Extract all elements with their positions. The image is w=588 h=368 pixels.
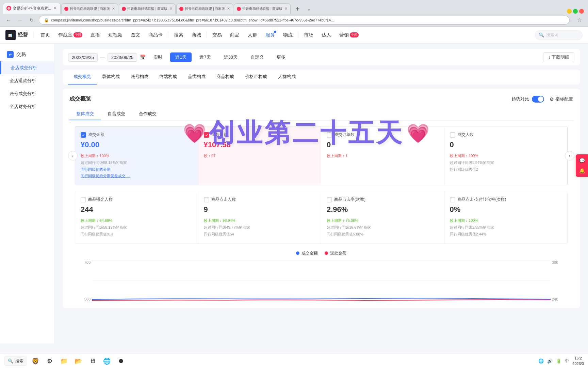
taskbar-app-record[interactable]: ⏺	[115, 355, 127, 367]
tab-4[interactable]: 抖音电商精选联盟 | 商家版 ✕	[176, 3, 233, 14]
download-btn[interactable]: ↓ 下载明细	[543, 52, 574, 62]
next-arrow[interactable]: ›	[565, 151, 574, 160]
sidebar-item-account-trade[interactable]: 账号成交分析	[0, 87, 54, 100]
chart-svg	[92, 260, 551, 301]
date-btn-30day[interactable]: 近30天	[219, 52, 243, 62]
taskbar-app-5[interactable]: 🖥	[86, 355, 99, 367]
subnav-product[interactable]: 商品构成	[211, 70, 240, 85]
chart-legend: 成交金额 退款金额	[75, 250, 568, 256]
nav-item-mall[interactable]: 商城	[187, 27, 205, 44]
content-card: 成交概览 趋势对比 ⚙ 指标配置 整体成交 自	[63, 89, 580, 308]
taskbar-time: 16:2 2023/0	[572, 356, 584, 366]
subnav-category[interactable]: 品类构成	[182, 70, 211, 85]
tab-3[interactable]: 抖音电商精选联盟 | 商家版 ✕	[119, 3, 176, 14]
nav-item-video[interactable]: 短视频	[104, 27, 127, 44]
nav-item-home[interactable]: 首页	[36, 27, 54, 44]
subnav-media[interactable]: 载体构成	[97, 70, 125, 85]
sidebar-item-finance[interactable]: 全店财务分析	[0, 100, 54, 113]
exposure-compare: 较上周期 ↓ 94.69% 超过同行同级58.19%的商家 同行同级优秀值913	[81, 217, 193, 237]
taskbar-app-1[interactable]: 🦁	[29, 355, 42, 367]
checkbox-clicks[interactable]	[204, 197, 209, 202]
date-btn-custom[interactable]: 自定义	[245, 52, 269, 62]
taskbar-app-4[interactable]: 📂	[72, 355, 84, 367]
minimize-button[interactable]	[567, 9, 572, 14]
nav-item-talent[interactable]: 达人	[317, 27, 335, 44]
clicks-compare: 较上周期 ↓ 98.94% 超过同行同级49.77%的商家 同行同级优秀值54	[204, 217, 316, 237]
taskbar-app-chrome[interactable]: 🌐	[101, 355, 113, 367]
nav-item-search[interactable]: 搜索	[170, 27, 187, 44]
nav-item-goods[interactable]: 商品	[226, 27, 244, 44]
prev-arrow[interactable]: ‹	[68, 151, 78, 160]
tab-dropdown-button[interactable]: ⌄	[304, 4, 314, 14]
reload-button[interactable]: ↻	[27, 16, 36, 25]
floating-icon-2[interactable]: 🔔	[578, 167, 586, 175]
trend-toggle[interactable]: 趋势对比	[511, 96, 544, 103]
sidebar: ⇄ 交易 全店成交分析 全店退款分析 账号成交分析 全店财务分析	[0, 44, 54, 343]
subnav-crowd[interactable]: 人群构成	[273, 70, 301, 85]
taskbar-search[interactable]: 🔍 搜索	[4, 356, 27, 366]
url-bar[interactable]: 🔒 compass.jinritemai.com/shop/business-p…	[39, 16, 570, 25]
taskbar-app-3[interactable]: 📁	[58, 355, 70, 367]
date-end-input[interactable]: 2023/09/25	[108, 53, 137, 62]
sidebar-item-refund[interactable]: 全店退款分析	[0, 74, 54, 87]
tab-partner[interactable]: 合作成交	[132, 108, 163, 120]
nav-item-zuozhanshi[interactable]: 作战室 中间	[54, 27, 86, 44]
indicator-config[interactable]: ⚙ 指标配置	[550, 96, 573, 102]
nav-item-live[interactable]: 直播	[86, 27, 104, 44]
nav-item-product-card[interactable]: 商品卡	[144, 27, 167, 44]
nav-item-trade[interactable]: 交易	[208, 27, 226, 44]
date-btn-7day[interactable]: 近7天	[194, 52, 216, 62]
tab-add-button[interactable]: +	[293, 4, 302, 14]
subnav-overview[interactable]: 成交概览	[68, 70, 97, 85]
subnav-terminal[interactable]: 终端构成	[154, 70, 182, 85]
nav-item-crowd[interactable]: 人群	[244, 27, 261, 44]
checkbox-ctr[interactable]	[327, 197, 332, 202]
tab-2[interactable]: 抖音电商精选联盟 | 商家版 ✕	[61, 3, 118, 14]
tab-close-active[interactable]: ✕	[53, 6, 57, 11]
maximize-button[interactable]	[573, 9, 578, 14]
checkbox-refund[interactable]	[204, 132, 209, 138]
back-button[interactable]: ←	[4, 16, 13, 25]
tab-overall[interactable]: 整体成交	[69, 108, 101, 120]
ctr-compare: 较上周期 ↓ 75.06% 超过同行同级36.6%的商家 同行同级优秀值5.88…	[327, 217, 439, 237]
tab-self[interactable]: 自营成交	[101, 108, 132, 120]
nav-item-marketing[interactable]: 营销 中间	[335, 27, 363, 44]
floating-icon-1[interactable]: 💬	[578, 156, 586, 165]
taskbar-app-2[interactable]: ⚙	[44, 355, 56, 367]
nav-item-market[interactable]: 市场	[300, 27, 317, 44]
close-window-button[interactable]	[579, 9, 584, 14]
buyers-label-text: 成交人数	[457, 132, 474, 138]
metric-card-conversion: 商品点击-支付转化率(次数) 0% 较上周期 ↓ 100% 超过同行同级1.95…	[444, 191, 568, 243]
subnav-price[interactable]: 价格带构成	[240, 70, 273, 85]
sidebar-item-all-trade[interactable]: 全店成交分析	[0, 61, 54, 74]
checkbox-orders[interactable]	[327, 132, 332, 138]
search-icon: 🔍	[539, 32, 544, 37]
refund-label-text: 退款金额	[211, 132, 228, 138]
date-end-value: 2023/09/25	[111, 55, 133, 60]
orders-compare: 较上周期 ↑ 1	[327, 153, 439, 159]
tab-5[interactable]: 抖音电商精选联盟 | 商家版 ✕	[234, 3, 291, 14]
toggle-switch[interactable]	[532, 96, 544, 103]
nav-item-article[interactable]: 图文	[127, 27, 144, 44]
date-btn-1day[interactable]: 近1天	[170, 52, 192, 62]
chart-svg-area	[92, 260, 551, 301]
date-btn-more[interactable]: 更多	[272, 52, 291, 62]
page-layout: ⇄ 交易 全店成交分析 全店退款分析 账号成交分析 全店财务分析 2023/09…	[0, 44, 588, 343]
forward-button[interactable]: →	[16, 16, 24, 25]
checkbox-revenue[interactable]	[81, 132, 86, 138]
date-start-input[interactable]: 2023/09/25	[68, 53, 98, 62]
taskbar-systray-network: 🌐	[538, 358, 544, 364]
tab-active[interactable]: 交易分析-抖音电商罗... ✕	[3, 3, 61, 14]
subnav-account[interactable]: 账号构成	[125, 70, 154, 85]
legend-revenue: 成交金额	[296, 250, 318, 256]
review-link[interactable]: 同行同级优秀分期复盘成交 →	[81, 173, 193, 180]
nav-search-box[interactable]: 🔍 搜索词	[535, 30, 583, 40]
checkbox-buyers[interactable]	[450, 132, 455, 138]
calendar-icon[interactable]: 📅	[140, 55, 146, 60]
nav-item-service[interactable]: 服务	[261, 27, 279, 44]
star-button[interactable]: ☆	[575, 16, 584, 25]
checkbox-exposure[interactable]	[81, 197, 86, 202]
nav-item-logistics[interactable]: 物流	[279, 27, 297, 44]
date-btn-realtime[interactable]: 实时	[148, 52, 167, 62]
checkbox-conversion[interactable]	[450, 197, 455, 202]
